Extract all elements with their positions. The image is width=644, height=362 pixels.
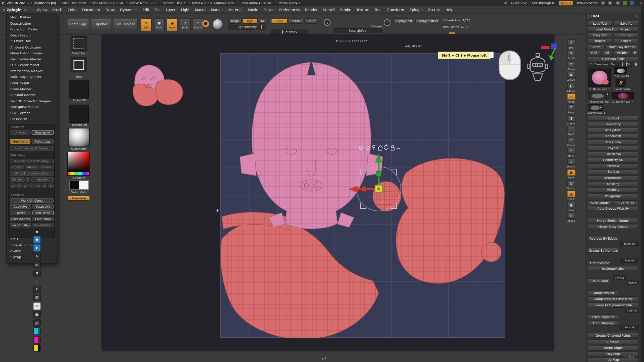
replay-last-rel-button[interactable]: ReplayLastRel [415,18,439,23]
zplugin-menu-item[interactable]: PolyGroupIt [7,80,57,86]
zplugin-menu-item[interactable]: SubTool Master [7,93,57,99]
cluster-slider[interactable]: Clstr 0. [627,280,639,285]
collapse-icon[interactable]: « [580,8,582,12]
zplugin-menu-item[interactable]: QuickSketch [7,33,57,39]
rgb-intensity-slider[interactable]: Rgb Intensity [228,25,266,30]
move-button[interactable]: ↔ Move [566,148,576,157]
eye-icon[interactable]: ◉ [33,236,41,243]
density-slider[interactable]: density [31,177,54,182]
zplugin-menu-item[interactable]: Text 3D & Vector Shapes [7,98,57,104]
persp-button[interactable]: △ Persp [566,94,576,103]
clone-button[interactable]: Clone [588,44,604,49]
tool-section-header[interactable]: ArrayMesh [588,128,638,133]
zcut-button[interactable]: Zcut [304,18,318,24]
goz-button[interactable]: GoZ [588,50,601,55]
transp-button[interactable]: ▨ Transp [566,180,576,190]
mrgb-button[interactable]: Mrgb [228,18,242,24]
export-button[interactable]: Export [614,38,639,43]
zplugin-menu-item[interactable]: Transpose Master [7,104,57,110]
lightbox-tools-button[interactable]: Lightbox►Tools [588,56,638,61]
zplugin-menu-item[interactable]: Projection Master [7,27,57,33]
uv-polygroups-toggle[interactable]: Polygroups [32,139,54,144]
stroke-icon[interactable]: ∿ [324,19,331,26]
dot-icon[interactable]: • [34,278,40,284]
tool-section-header[interactable]: Preview [588,163,638,168]
frame-icon[interactable]: ▭ [33,261,41,268]
checkseams-button[interactable]: CheckSeams [10,217,31,221]
zplugin-menu-item[interactable]: Multi Map Exporter [7,74,57,80]
panel-icon-1[interactable]: ▤ [600,1,605,6]
dots-icon[interactable]: ◦◦ [384,19,391,26]
import-button[interactable]: Import [588,38,612,43]
lightbox-button[interactable]: LightBox [91,19,111,29]
close-button[interactable]: ✕ [640,1,642,5]
rgb-button[interactable]: Rgb [243,18,258,24]
additive-toggle[interactable]: Additive [626,308,639,313]
menu-item[interactable]: Stroke [337,6,354,13]
zplugin-menu-item[interactable]: FBX ExportImport [7,63,57,69]
live-boolean-button[interactable]: Live Boolean [113,19,138,29]
regroup-by-edges-button[interactable]: Regroup By Edges [588,236,619,241]
tool-section-header[interactable]: Subtool [588,116,638,121]
tool-section-header[interactable]: Contact [588,339,638,344]
loadctrlmap-button[interactable]: LoadCtrlMap [10,223,31,228]
camera-icon[interactable]: ▣ [33,311,41,318]
focal-shift-slider[interactable]: Focal Shift 0 [334,28,382,33]
tool-section-header[interactable]: Masking [588,182,638,187]
tool-section-header[interactable]: Geometry HD [588,158,638,163]
save-as-button[interactable]: Save As [614,21,639,26]
group-visible-button[interactable]: GroupVisible [588,260,612,265]
selectrect-brush-thumb[interactable] [71,36,87,51]
move-mode-button[interactable]: ✚ Move [167,18,177,31]
menu-item[interactable]: Texture [354,6,372,13]
tool-section-header[interactable]: Deformation [588,175,638,180]
uv-groups-button[interactable]: Uv Groups [614,200,639,205]
tool-section-header[interactable]: FiberMesh [588,152,638,157]
texture-thumb[interactable] [69,105,89,123]
chat-icon[interactable]: ✉ [33,302,41,309]
panel-menu-icon[interactable]: ↻ [636,14,639,18]
menus-button[interactable]: Menus [559,1,573,5]
local-button[interactable]: ⊙ LocalO [566,159,576,168]
polish-groups-slider[interactable]: PolishG [620,325,638,330]
dynamic-label[interactable]: Dynamic [371,25,383,28]
copy-uvs-button[interactable]: Copy UVs [10,204,31,209]
zoom-button[interactable]: ⊕ Zoom [566,61,576,71]
menu-item[interactable]: Tool [372,6,384,13]
density-multiplier[interactable]: x3 [42,184,47,188]
groups-by-normals-button[interactable]: Groups By Normals [588,248,619,253]
enable-control-painting-button[interactable]: Enable Control Painting [10,159,54,163]
tool-section-header[interactable]: NanoMesh [588,134,638,139]
density-x-button[interactable]: X [25,177,30,182]
menu-item[interactable]: Alpha [34,6,50,13]
use-existing-uv-seams-button[interactable]: Use Existing UV Seams [10,146,54,151]
density-multiplier[interactable]: 1 [29,184,34,188]
trash-icon[interactable]: ▥ [33,294,41,301]
erase-button[interactable]: Erase [40,165,54,169]
flatten-button[interactable]: Flatten [10,211,31,215]
unwrap-button[interactable]: Unwrap [10,130,30,135]
tool-section-header[interactable]: Visibility [588,187,638,192]
panel-icon-2[interactable]: ▦ [608,1,613,6]
menu-item[interactable]: Edit [140,6,152,13]
goz-r-button[interactable]: R [632,50,639,55]
rotate-mode-button[interactable]: ↻ Rotate [193,18,203,31]
timeline-marker[interactable] [449,32,455,34]
tool-section-header[interactable]: Morph Target [588,345,638,350]
zplugin-menu-item[interactable]: Scale Master [7,86,57,93]
stroke-rect-thumb[interactable] [71,58,87,72]
auto-groups-button[interactable]: Auto Groups [588,200,612,205]
alternate-button[interactable]: Alternate [68,196,90,201]
zplugin-menu-item[interactable]: XMD [7,236,57,242]
menu-item[interactable]: Preferences [276,6,302,13]
ac-label[interactable]: AC [504,1,508,5]
cl-demohead-dark-thumbnail[interactable] [612,92,634,99]
tool-section-header[interactable]: Thick Skin [588,140,638,145]
zplugin-menu-item[interactable]: Maya Blend Shapes [7,51,57,57]
simplebrush-thumbnail[interactable]: S [616,79,625,86]
clipboard-icon[interactable]: ▤ [33,319,41,326]
swatch-magenta-icon[interactable] [33,336,41,343]
tag-icon[interactable]: ⚑ [33,269,41,277]
zplugin-menu-item[interactable]: Decimation Master [7,57,57,63]
menu-item[interactable]: Movie [245,6,261,13]
